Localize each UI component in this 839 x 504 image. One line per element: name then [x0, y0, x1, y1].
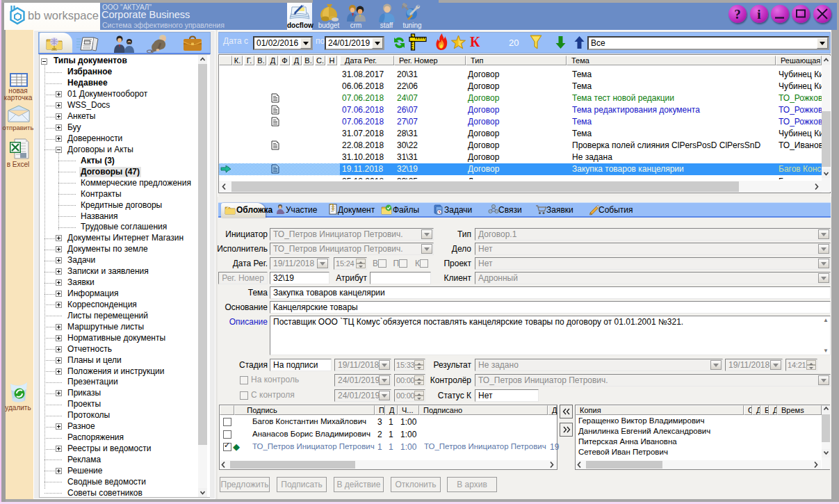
svg-text:?: ? [734, 6, 741, 21]
svg-text:i: i [757, 6, 760, 21]
